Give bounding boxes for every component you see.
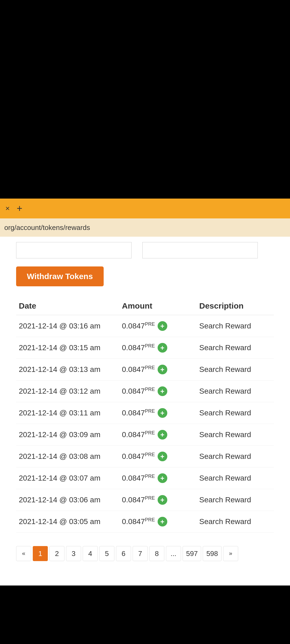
pagination-next[interactable]: » (223, 546, 238, 561)
table-row: 2021-12-14 @ 03:13 am0.0847PRE+Search Re… (16, 359, 274, 380)
pagination-page-6[interactable]: 6 (116, 546, 131, 561)
amount-unit: PRE (145, 408, 155, 414)
cell-amount: 0.0847PRE+ (119, 446, 197, 467)
amount-unit: PRE (145, 452, 155, 457)
table-row: 2021-12-14 @ 03:12 am0.0847PRE+Search Re… (16, 380, 274, 402)
amount-unit: PRE (145, 474, 155, 479)
cell-date: 2021-12-14 @ 03:13 am (16, 359, 119, 380)
plus-icon: + (158, 495, 167, 505)
cell-amount: 0.0847PRE+ (119, 402, 197, 424)
cell-date: 2021-12-14 @ 03:05 am (16, 511, 119, 533)
cell-description: Search Reward (197, 380, 274, 402)
cell-date: 2021-12-14 @ 03:08 am (16, 446, 119, 467)
amount-value: 0.0847PRE (122, 365, 155, 374)
amount-unit: PRE (145, 495, 155, 501)
plus-icon: + (158, 452, 167, 461)
amount-value: 0.0847PRE (122, 343, 155, 352)
pagination-page-5[interactable]: 5 (99, 546, 114, 561)
withdraw-tokens-button[interactable]: Withdraw Tokens (16, 266, 104, 286)
pagination: «12345678...597598» (16, 546, 274, 561)
cell-date: 2021-12-14 @ 03:09 am (16, 424, 119, 446)
cell-description: Search Reward (197, 489, 274, 511)
cell-date: 2021-12-14 @ 03:12 am (16, 380, 119, 402)
amount-value: 0.0847PRE (122, 321, 155, 330)
table-row: 2021-12-14 @ 03:11 am0.0847PRE+Search Re… (16, 402, 274, 424)
cell-date: 2021-12-14 @ 03:15 am (16, 337, 119, 359)
cell-amount: 0.0847PRE+ (119, 380, 197, 402)
cell-date: 2021-12-14 @ 03:06 am (16, 489, 119, 511)
plus-icon: + (158, 365, 167, 374)
cell-description: Search Reward (197, 511, 274, 533)
black-bottom-area (0, 586, 290, 644)
cell-description: Search Reward (197, 424, 274, 446)
amount-value: 0.0847PRE (122, 408, 155, 417)
rewards-table: Date Amount Description 2021-12-14 @ 03:… (16, 297, 274, 533)
form-input-row (16, 242, 274, 258)
pagination-page-1[interactable]: 1 (33, 546, 48, 561)
amount-unit: PRE (145, 517, 155, 522)
pagination-page-4[interactable]: 4 (83, 546, 98, 561)
plus-icon: + (158, 321, 167, 331)
cell-amount: 0.0847PRE+ (119, 424, 197, 446)
table-row: 2021-12-14 @ 03:15 am0.0847PRE+Search Re… (16, 337, 274, 359)
plus-icon: + (158, 386, 167, 396)
pagination-prev[interactable]: « (16, 546, 31, 561)
cell-description: Search Reward (197, 359, 274, 380)
amount-value: 0.0847PRE (122, 474, 155, 482)
table-row: 2021-12-14 @ 03:09 am0.0847PRE+Search Re… (16, 424, 274, 446)
cell-amount: 0.0847PRE+ (119, 315, 197, 337)
pagination-page-8[interactable]: 8 (149, 546, 164, 561)
cell-amount: 0.0847PRE+ (119, 337, 197, 359)
address-bar-row (0, 218, 290, 237)
amount-value: 0.0847PRE (122, 495, 155, 504)
table-row: 2021-12-14 @ 03:05 am0.0847PRE+Search Re… (16, 511, 274, 533)
cell-description: Search Reward (197, 446, 274, 467)
amount-unit: PRE (145, 365, 155, 370)
cell-description: Search Reward (197, 337, 274, 359)
address-input[interactable] (142, 242, 258, 258)
plus-icon: + (158, 517, 167, 526)
page-content: Withdraw Tokens Date Amount Description … (0, 237, 290, 586)
plus-icon: + (158, 408, 167, 418)
plus-icon: + (158, 430, 167, 440)
tab-close-button[interactable]: × (3, 203, 12, 214)
pagination-page-2[interactable]: 2 (49, 546, 64, 561)
table-row: 2021-12-14 @ 03:16 am0.0847PRE+Search Re… (16, 315, 274, 337)
browser-chrome: × + (0, 199, 290, 237)
table-header-row: Date Amount Description (16, 297, 274, 315)
address-bar-input[interactable] (4, 224, 286, 232)
plus-icon: + (158, 343, 167, 353)
amount-value: 0.0847PRE (122, 517, 155, 526)
table-row: 2021-12-14 @ 03:06 am0.0847PRE+Search Re… (16, 489, 274, 511)
cell-description: Search Reward (197, 467, 274, 489)
cell-date: 2021-12-14 @ 03:11 am (16, 402, 119, 424)
pagination-ellipsis: ... (166, 546, 181, 561)
cell-amount: 0.0847PRE+ (119, 467, 197, 489)
amount-value: 0.0847PRE (122, 452, 155, 461)
amount-input[interactable] (16, 242, 132, 258)
table-row: 2021-12-14 @ 03:08 am0.0847PRE+Search Re… (16, 446, 274, 467)
cell-description: Search Reward (197, 315, 274, 337)
pagination-page-7[interactable]: 7 (133, 546, 148, 561)
header-amount: Amount (119, 297, 197, 315)
plus-icon: + (158, 473, 167, 483)
tab-new-button[interactable]: + (15, 202, 24, 215)
amount-value: 0.0847PRE (122, 430, 155, 439)
header-date: Date (16, 297, 119, 315)
amount-unit: PRE (145, 430, 155, 436)
pagination-page-3[interactable]: 3 (66, 546, 81, 561)
pagination-page-598[interactable]: 598 (203, 546, 221, 561)
amount-unit: PRE (145, 343, 155, 349)
tab-bar: × + (0, 199, 290, 218)
cell-amount: 0.0847PRE+ (119, 359, 197, 380)
cell-amount: 0.0847PRE+ (119, 511, 197, 533)
black-top-area (0, 0, 290, 199)
pagination-page-597[interactable]: 597 (183, 546, 201, 561)
cell-amount: 0.0847PRE+ (119, 489, 197, 511)
amount-value: 0.0847PRE (122, 387, 155, 396)
cell-date: 2021-12-14 @ 03:16 am (16, 315, 119, 337)
header-description: Description (197, 297, 274, 315)
cell-description: Search Reward (197, 402, 274, 424)
cell-date: 2021-12-14 @ 03:07 am (16, 467, 119, 489)
amount-unit: PRE (145, 387, 155, 392)
